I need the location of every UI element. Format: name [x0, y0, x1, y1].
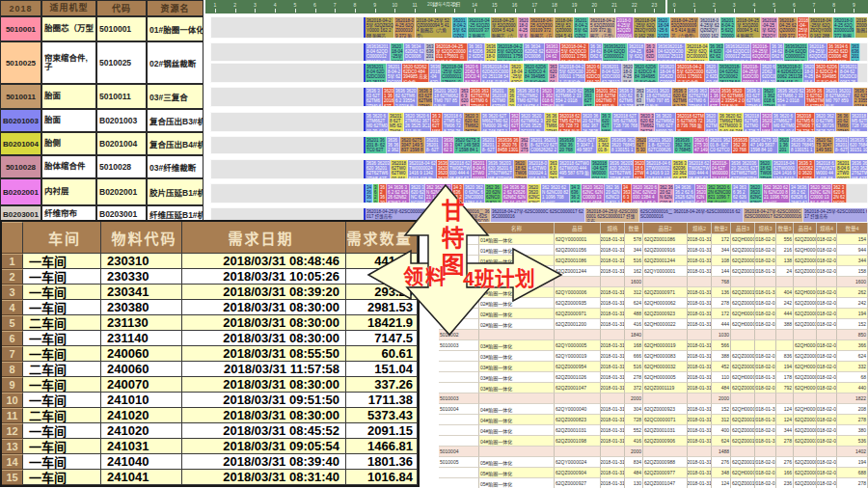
gantt-block[interactable]: 36201 362018 62TM062TM0 797 859 胎面	[645, 88, 672, 106]
gantt-block[interactable]: 3636 36203620 36201 62T62TW62TW5 62TW062…	[798, 160, 815, 178]
gantt-block[interactable]: 34 3636 36 2 62 62626 62N62 62N62 44 43 …	[570, 184, 582, 203]
gantt-block[interactable]: 3620 62D62 62DC0 484 394985 帘束绾合件	[464, 64, 481, 82]
gantt-block[interactable]: 3620 3620 62NC 62NC0000 1384 4 4506 1 65…	[632, 184, 659, 203]
table-row[interactable]: 5010004200014881402	[439, 447, 868, 457]
table-row[interactable]: 5二车间2311302018/03/31 08:30:0018421.9	[2, 315, 418, 331]
gantt-block[interactable]: 36362018-04 62D62DC00062 251138 548 415 …	[429, 64, 441, 82]
table-row[interactable]: 05#胎圈一体化62QZ00009042018-01-3148462QZ0000…	[439, 468, 868, 478]
gantt-block[interactable]: 34 3636 36 2 62 62626 62N62 62N62 44 43 …	[674, 184, 695, 203]
gantt-block[interactable]: 3636 3620 62 62TM66 2 33554 2 0318 胎面	[720, 88, 746, 106]
gantt-block[interactable]: 3636 3620 62 62TM66 2 33554 2 0318 胎面	[394, 88, 418, 106]
gantt-block[interactable]: 36 3620 62TM662TM0 62TM000 39 40 46 748 …	[601, 113, 612, 131]
gantt-block[interactable]: 36362018-04 62D62DC00062 251138 548 415 …	[366, 64, 387, 82]
gantt-block[interactable]: 36201 36201 8- 62TC0 62TC00626262 2115 2…	[529, 137, 558, 153]
table-row[interactable]: 04#胎圈一体化62QZ00008232018-01-3172862QC0000…	[439, 415, 868, 425]
gantt-block[interactable]: 362018 62TM5 62TM06 728 736 768 胎面	[851, 113, 867, 131]
table-row[interactable]: 03#胎圈一体化62QZ00010262018-01-3127862QH0000…	[439, 372, 868, 383]
machine-row[interactable]: B0201003胎面B0201003复合压出B3#机	[0, 109, 203, 132]
gantt-block[interactable]: 36201 362018 62TM062TM0 797 859 胎面	[709, 88, 720, 106]
table-row[interactable]: 04#胎圈一体化62QZ00010982018-01-3141662QZ0000…	[439, 436, 868, 447]
table-row[interactable]: 03#胎圈一体化62QZ00009542018-01-3151662QH0000…	[439, 362, 868, 372]
gantt-block[interactable]: 3620 3620 62TM662 36726 3525 3C1111 胎面	[520, 113, 545, 131]
gantt-block[interactable]: 363636 362 3620 768458 130151 10 1333284…	[732, 137, 749, 153]
gantt-block[interactable]: 36201 36201 8- 62TC0 62TC00626262 2115 2…	[597, 137, 610, 153]
gantt-block[interactable]: 362018-04-25早 62DC0000011 175601 帘束绾合件	[387, 64, 402, 82]
gantt-block[interactable]: 3636 363 62T62TM62TM0 62TM04 16478 48060…	[805, 88, 825, 106]
gantt-block[interactable]: 3620 3620 62NC 62NC0000 1384 4 4506 1 65…	[695, 184, 707, 203]
table-row[interactable]: 7一车间2400602018/03/31 08:55:5060.61	[2, 346, 418, 362]
gantt-block[interactable]: 362 3620 62N 62NC00 821 1096 708 内衬层	[485, 184, 502, 203]
table-row[interactable]: 03#胎圈一体化62QZ00010472018-01-3137262QZ0001…	[439, 383, 868, 393]
gantt-block[interactable]: 362018-04-25早 62QZ62QY0000 162 288 胎圈芯（六…	[366, 17, 394, 38]
table-row[interactable]: 1一车间2303102018/03/31 08:48:46441.71	[2, 254, 418, 269]
gantt-block[interactable]: 36201 362018 62TM062TM0 797 859 胎面	[541, 88, 555, 106]
gantt-block[interactable]: 362018 62TW062TW000 444 495 587 679 胎侧	[558, 160, 591, 178]
gantt-block[interactable]: 362018-04-25早 62QZ62QY0000 162 288 胎圈芯（六…	[574, 17, 589, 38]
gantt-block[interactable]: 36201 36201 8- 62TC0 62TC00626262 2115 2…	[647, 137, 674, 153]
gantt-block[interactable]: 3620 3620 62NC 62NC0000 1384 4 4506 1 65…	[528, 184, 541, 203]
table-row[interactable]: 501000404#胎圈一体化62QY00000402018-01-313046…	[439, 404, 868, 415]
gantt-block[interactable]: 362018 62TW062TW000 444 495 587 679 胎侧	[688, 160, 711, 178]
gantt-block[interactable]: 362 3620 62N 62NC00 821 1096 708 内衬层	[763, 184, 790, 203]
gantt-block[interactable]: 362018-04-25早 62QDC0000011 175601 帘束绾合件	[751, 43, 771, 61]
table-row[interactable]: 11二车间2410202018/03/31 08:30:005373.43	[2, 408, 418, 423]
gantt-block[interactable]: 362018-04-27早-62SC0000C 62SC0000017 62SC…	[744, 208, 803, 222]
gantt-block[interactable]: 3620 62T5 3047 149 5837 1598 84 10 胎面	[454, 137, 481, 153]
gantt-block[interactable]: 36362018-04 62D62DC00062 251138 548 415 …	[659, 64, 676, 82]
gantt-block[interactable]: 363636 362 3620 768458 130151 10 1333284…	[674, 137, 693, 153]
gantt-block[interactable]: 3620 62D62 62DC0 484 394985 帘束绾合件	[585, 64, 601, 82]
table-row[interactable]: 04#胎圈一体化62QZ00010312018-01-3155262QZ0001…	[439, 425, 868, 436]
gantt-block[interactable]: 362018-04-25早 62QDC0000011 175601 帘束绾合件	[686, 43, 709, 61]
gantt-block[interactable]: 362018 62TM5 62TM06 728 736 768 胎面	[796, 113, 815, 131]
gantt-block[interactable]: 362018-04-25 62QZ0000109 372 胎圈芯（方型）	[468, 17, 491, 38]
gantt-block[interactable]: 36201 362018 62TM062TM0 797 859 胎面	[825, 88, 854, 106]
table-row[interactable]: 02#胎圈一体化62QZ00009712018-01-3148862QZ0000…	[439, 309, 868, 319]
gantt-block[interactable]: 362018-04-25 62QZ0000109 372 胎圈芯（方型）	[394, 17, 416, 38]
gantt-block[interactable]: 3636 3620 62 62TM66 2 33554 2 0318 胎面	[508, 88, 516, 106]
gantt-block[interactable]: 362 3620 62N 62NC00 821 1096 708 内衬层	[707, 184, 732, 203]
gantt-block[interactable]: 3620 62T5 3047 149 5837 1598 84 10 胎面	[636, 137, 647, 153]
table-row[interactable]: 03#胎圈一体化62QY00000192018-01-3166662QH0000…	[439, 351, 868, 362]
gantt-block[interactable]: 3636362018-04 62QDC0000012 251138 帘束绾合件	[485, 43, 497, 61]
gantt-block[interactable]: 36 3620 62TM662TM0 62TM000 39 40 46 748 …	[545, 113, 558, 131]
gantt-block[interactable]: 3620 3620 62TM662 36726 3525 3C1111 胎面	[639, 113, 655, 131]
gantt-block[interactable]: 362018-04-25早 62DC0000011 175601 帘束绾合件	[558, 64, 585, 82]
gantt-block[interactable]: 362018 62TW062TW000 444 495 587 679 胎侧	[448, 160, 472, 178]
gantt-block[interactable]: 362018-04-25早 62QDC0000011 175601 帘束绾合件	[628, 43, 645, 61]
gantt-block[interactable]: 36201 362018 62TM062TM0 797 859 胎面	[433, 88, 460, 106]
gantt-block[interactable]: 3636 363 62T62TM62TM0 62TM04 16478 48060…	[583, 88, 595, 106]
gantt-block[interactable]: 362018-04-25早 62QZ62QY0000 162 288 胎圈芯（六…	[699, 17, 720, 38]
gantt-block[interactable]: 36 3620 62TM662TM0 62TM000 39 40 46 748 …	[773, 113, 796, 131]
gantt-block[interactable]: 36201 36201 8- 62TC0 62TC00626262 2115 2…	[425, 137, 443, 153]
table-row[interactable]: 501000303#胎圈一体化62QY00000052018-01-311686…	[439, 340, 868, 351]
gantt-block[interactable]: 362018 62TM5 62TM06 728 736 768 胎面	[510, 113, 520, 131]
gantt-block[interactable]: 3620 3620 62NC 62NC0000 1384 4 4506 1 65…	[582, 184, 605, 203]
gantt-block[interactable]: 3636 3620 62 62TM66 2 33554 2 0318 胎面	[776, 88, 805, 106]
gantt-block[interactable]: 3620 62T5 3047 149 5837 1598 84 10 胎面	[520, 137, 529, 153]
gantt-block[interactable]: 3636 363 62T62TM62TM0 62TM04 16478 48060…	[418, 88, 433, 106]
table-row[interactable]: 6一车间2311402018/03/31 08:30:007147.5	[2, 331, 418, 346]
machine-row[interactable]: B0202001内衬层B0202001胶片压延B1#机	[0, 178, 203, 205]
gantt-timeline-header[interactable]: 2018年4月25日 12345678910111213141516171819…	[205, 0, 868, 14]
table-row[interactable]: 02#胎圈一体化62QZ00012002018-01-3141662QH0000…	[439, 319, 868, 330]
gantt-block[interactable]: 3636 363 62T62TM62TM0 62TM04 16478 48060…	[366, 88, 383, 106]
gantt-block[interactable]: 3620 62D62 62DC0 484 394985 帘束绾合件	[402, 64, 429, 82]
gantt-block[interactable]: 3620 3620 62TM662 36726 3525 3C1111 胎面	[705, 113, 719, 131]
gantt-block[interactable]: 34 3636 36 2 62 62626 62N62 62N62 44 43 …	[622, 184, 632, 203]
gantt-block[interactable]: 3636 363 62T62TM62TM0 62TM04 16478 48060…	[516, 88, 541, 106]
gantt-block[interactable]: 362018 62TM5 62TM06 728 736 768 胎面	[612, 113, 639, 131]
gantt-block[interactable]: 3636 363 62T62TM62TM0 62TM04 16478 48060…	[746, 88, 763, 106]
gantt-block[interactable]: 36 3634 62D62 62DC0006 484 394985 帘束绾合件	[524, 43, 545, 61]
gantt-block[interactable]: 3620 3620 62NC 62NC0000 1384 4 4506 1 65…	[749, 184, 763, 203]
gantt-block[interactable]: 3636362018-04 62QDC0000012 251138 帘束绾合件	[851, 43, 860, 61]
gantt-block[interactable]: 362018-04-25早 62DC0000011 175601 帘束绾合件	[510, 64, 524, 82]
gantt-block[interactable]: 3620 62T5 3047 149 5837 1598 84 10 胎面	[400, 137, 425, 153]
gantt-block[interactable]: 36 3634 62D62 62DC0006 484 394985 帘束绾合件	[589, 43, 603, 61]
gantt-block[interactable]: 36 3620 62TM662TM0 62TM000 39 40 46 748 …	[366, 113, 389, 131]
gantt-block[interactable]: 36 3634 62D62 62DC0006 484 394985 帘束绾合件	[771, 43, 784, 61]
gantt-block[interactable]: 2018-04-25早 52QZ0000094 5 414 胎圈芯（六角型）	[855, 17, 867, 38]
gantt-block[interactable]: 3620 62D62 62DC0 484 394985 帘束绾合件	[524, 64, 549, 82]
table-row[interactable]: 14一车间2410402018/03/31 08:39:401801.36	[2, 454, 418, 470]
gantt-block[interactable]: 3620 62D62 62DC0 484 394985 帘束绾合件	[705, 64, 719, 82]
gantt-block[interactable]: 363636 362 3620 768458 130151 10 1333284…	[849, 137, 867, 153]
